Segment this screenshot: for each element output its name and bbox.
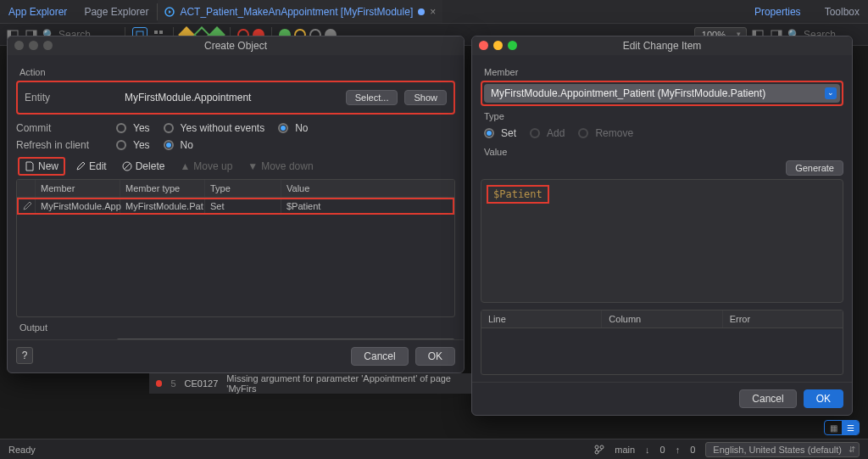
dirty-indicator-icon — [418, 8, 425, 15]
type-section-label: Type — [481, 106, 843, 125]
list-view-icon[interactable]: ☰ — [842, 421, 859, 434]
dialog-titlebar[interactable]: Create Object — [8, 36, 464, 55]
create-object-dialog: Create Object Action Entity MyFirstModul… — [7, 36, 465, 373]
run-icon — [164, 7, 175, 17]
dialog-titlebar[interactable]: Edit Change Item — [472, 36, 852, 55]
new-member-button[interactable]: New — [18, 157, 65, 176]
branch-icon — [594, 445, 604, 455]
help-button[interactable]: ? — [16, 347, 33, 364]
value-token: $Patient — [487, 185, 549, 204]
refresh-row: Refresh in client Yes No — [16, 137, 455, 154]
col-error[interactable]: Error — [723, 311, 843, 327]
window-close-icon[interactable] — [479, 41, 488, 50]
status-ready: Ready — [8, 445, 36, 455]
entity-label: Entity — [25, 92, 118, 104]
col-type[interactable]: Type — [205, 180, 281, 197]
table-row[interactable]: MyFirstModule.App MyFirstModule.Pat Set … — [17, 198, 454, 215]
window-minimize-icon[interactable] — [493, 41, 503, 50]
col-member[interactable]: Member — [36, 180, 120, 197]
commit-row: Commit Yes Yes without events No — [16, 120, 455, 137]
section-output-label: Output — [16, 317, 455, 336]
move-up-button: ▲ Move up — [175, 159, 237, 174]
ok-button[interactable]: OK — [415, 347, 455, 366]
svg-point-17 — [600, 445, 604, 449]
no-icon — [122, 161, 132, 171]
arrow-up-icon: ↑ — [676, 445, 681, 455]
type-remove-radio — [578, 128, 588, 138]
close-icon[interactable]: × — [430, 6, 436, 18]
status-bar: Ready main ↓0 ↑0 English, United States … — [0, 439, 868, 459]
col-column[interactable]: Column — [602, 311, 722, 327]
svg-line-15 — [124, 163, 131, 170]
edit-change-item-dialog: Edit Change Item Member MyFirstModule.Ap… — [471, 36, 853, 416]
window-zoom-icon[interactable] — [508, 41, 517, 50]
tab-app-explorer[interactable]: App Explorer — [0, 0, 75, 23]
cancel-button[interactable]: Cancel — [351, 347, 408, 366]
errors-panel-row[interactable]: 5 CE0127 Missing argument for parameter … — [149, 373, 471, 394]
tab-page-explorer[interactable]: Page Explorer — [75, 0, 157, 23]
dialog-title: Create Object — [204, 40, 267, 52]
svg-point-16 — [595, 445, 598, 449]
select-entity-button[interactable]: Select... — [346, 90, 398, 105]
col-member-type[interactable]: Member type — [120, 180, 205, 197]
error-message: Missing argument for parameter 'Appointm… — [226, 373, 465, 394]
view-mode-toggle[interactable]: ▦ ☰ — [824, 420, 860, 435]
tab-properties[interactable]: Properties — [746, 6, 810, 18]
top-tab-bar: App Explorer Page Explorer ACT_Patient_M… — [0, 0, 868, 24]
window-minimize-icon[interactable] — [29, 41, 38, 50]
members-toolbar: New Edit Delete ▲ Move up ▼ Move down — [16, 154, 455, 179]
arrow-down-icon: ↓ — [645, 445, 650, 455]
entity-row-group: Entity MyFirstModule.Appointment Select.… — [16, 81, 455, 115]
member-select[interactable]: MyFirstModule.Appointment_Patient (MyFir… — [484, 84, 840, 103]
dialog-title: Edit Change Item — [623, 40, 702, 52]
commit-no-radio[interactable] — [278, 123, 288, 133]
move-down-button: ▼ Move down — [242, 159, 318, 174]
delete-member-button[interactable]: Delete — [117, 159, 170, 174]
value-editor[interactable]: $Patient — [481, 179, 843, 303]
svg-rect-6 — [154, 31, 158, 34]
member-section-label: Member — [481, 62, 843, 81]
branch-name[interactable]: main — [615, 445, 635, 455]
editor-tab[interactable]: ACT_Patient_MakeAnAppointment [MyFirstMo… — [158, 0, 442, 23]
language-select[interactable]: English, United States (default) — [705, 442, 860, 457]
chevron-down-icon: ⌄ — [827, 88, 834, 97]
edit-member-button[interactable]: Edit — [70, 159, 112, 174]
tab-toolbox[interactable]: Toolbox — [816, 6, 868, 18]
editor-tab-title: ACT_Patient_MakeAnAppointment [MyFirstMo… — [180, 6, 413, 18]
commit-label: Commit — [16, 122, 109, 134]
type-set-radio[interactable] — [484, 128, 494, 138]
cancel-button[interactable]: Cancel — [739, 389, 796, 408]
errors-table: Line Column Error — [481, 310, 843, 375]
col-line[interactable]: Line — [481, 311, 602, 327]
member-select-wrap: MyFirstModule.Appointment_Patient (MyFir… — [481, 81, 843, 106]
show-entity-button[interactable]: Show — [404, 90, 447, 105]
members-table: Member Member type Type Value MyFirstMod… — [16, 179, 455, 317]
entity-value: MyFirstModule.Appointment — [125, 92, 339, 104]
pencil-icon — [75, 161, 86, 171]
commit-yes-radio[interactable] — [116, 123, 126, 133]
error-row-number: 5 — [170, 378, 175, 389]
generate-button[interactable]: Generate — [786, 160, 843, 176]
error-dot-icon — [156, 380, 162, 387]
commit-yes-no-events-radio[interactable] — [164, 123, 174, 133]
ok-button[interactable]: OK — [804, 389, 843, 408]
refresh-no-radio[interactable] — [164, 140, 174, 150]
window-close-icon[interactable] — [14, 41, 24, 50]
refresh-yes-radio[interactable] — [116, 140, 126, 150]
pencil-icon[interactable] — [22, 201, 32, 211]
type-add-radio — [530, 128, 540, 138]
window-zoom-icon[interactable] — [43, 41, 53, 50]
value-section-label: Value — [481, 142, 843, 160]
document-icon — [25, 161, 35, 171]
col-value[interactable]: Value — [281, 180, 454, 197]
refresh-label: Refresh in client — [16, 139, 109, 151]
grid-view-icon[interactable]: ▦ — [825, 421, 842, 434]
section-action-label: Action — [16, 62, 455, 81]
error-code: CE0127 — [185, 378, 219, 389]
svg-rect-7 — [159, 31, 163, 34]
svg-point-18 — [595, 451, 598, 454]
